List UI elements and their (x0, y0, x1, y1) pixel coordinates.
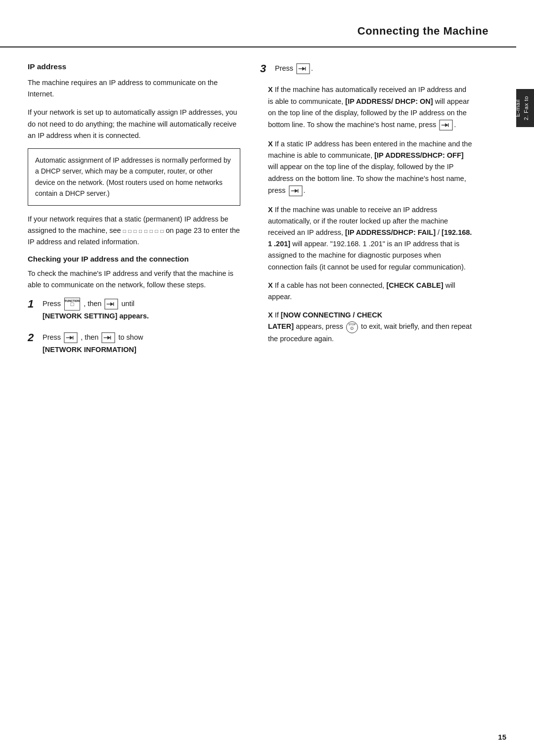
dhcp-off-text: X If a static IP address has been entere… (268, 138, 473, 197)
step1-content: Press FUNCTION □ , then (43, 298, 240, 322)
step2-content: Press , then (43, 331, 240, 356)
x-bullet-5: X (268, 311, 273, 319)
ip-para2: If your network is set up to automatical… (28, 107, 240, 141)
ip-para1: The machine requires an IP address to co… (28, 77, 240, 100)
ip-address-title: IP address (28, 62, 240, 71)
dhcp-on-block: X If the machine has automatically recei… (260, 84, 473, 132)
side-tab-text: 2. Fax to (523, 96, 530, 120)
svg-marker-10 (108, 336, 111, 339)
dhcp-on-text: X If the machine has automatically recei… (268, 84, 473, 132)
step1-then: , then (84, 300, 101, 308)
x-bullet-2: X (268, 140, 273, 148)
now-connecting-text: X If [NOW CONNECTING / CHECK LATER] appe… (268, 310, 473, 345)
left-column: IP address The machine requires an IP ad… (28, 62, 240, 364)
svg-marker-14 (302, 67, 306, 70)
nav-button-host2 (289, 184, 303, 197)
note-box: Automatic assignment of IP addresses is … (28, 148, 240, 206)
note-text: Automatic assignment of IP addresses is … (35, 156, 231, 197)
ip-para3: If your network requires that a static (… (28, 214, 240, 248)
step2-row: 2 Press , then (28, 331, 240, 356)
dhcp-fail-block: X If the machine was unable to receive a… (260, 204, 473, 273)
nav-button-1 (104, 298, 118, 311)
svg-marker-22 (295, 189, 298, 192)
step3-number: 3 (260, 62, 271, 75)
now-connecting-block: X If [NOW CONNECTING / CHECK LATER] appe… (260, 310, 473, 345)
nav-button-host1 (439, 119, 453, 132)
dhcp-off-block: X If a static IP address has been entere… (260, 138, 473, 197)
check-title: Checking your IP address and the connect… (28, 255, 240, 263)
stop-button-icon: STOP ⊙ (346, 321, 358, 333)
x-bullet-3: X (268, 206, 273, 214)
network-setting-label: [NETWORK SETTING] appears. (43, 312, 149, 320)
dhcp-fail-label: [IP ADDRESS/DHCP: FAIL] (345, 228, 436, 236)
ip-para3-squares: □ □ □ □ □ □ □ □ (123, 228, 166, 234)
svg-marker-2 (111, 303, 114, 306)
function-symbol: □ (71, 300, 74, 309)
page-number: 15 (498, 733, 506, 741)
check-cable-text: X If a cable has not been connected, [CH… (268, 280, 473, 303)
step2-to-show: to show (118, 333, 143, 341)
now-connecting-label: [NOW CONNECTING / CHECK (281, 311, 382, 319)
dhcp-on-label: [IP ADDRESS/ DHCP: ON] (345, 97, 433, 105)
page-title: Connecting the Machine (0, 25, 489, 38)
check-cable-block: X If a cable has not been connected, [CH… (260, 280, 473, 303)
step1-text: Press (43, 300, 61, 308)
step1-row: 1 Press FUNCTION □ , then (28, 298, 240, 322)
step2-then: , then (81, 333, 98, 341)
step3-content: Press . (275, 62, 473, 75)
page-header: Connecting the Machine (0, 20, 516, 47)
nav-button-2a (64, 331, 78, 344)
step1-until: until (121, 300, 134, 308)
dhcp-fail-text: X If the machine was unable to receive a… (268, 204, 473, 273)
right-column: 3 Press . X If the ma (260, 62, 473, 364)
step2-text: Press (43, 333, 61, 341)
check-para: To check the machine's IP address and ve… (28, 268, 240, 291)
network-info-label: [NETWORK INFORMATION] (43, 346, 136, 354)
svg-marker-6 (70, 336, 73, 339)
step3-text: Press (275, 64, 293, 72)
page-container: 2. Fax to E-mail Connecting the Machine … (0, 0, 534, 756)
dhcp-off-label: [IP ADDRESS/DHCP: OFF] (374, 151, 463, 159)
side-tab-text2: E-mail (514, 99, 522, 117)
check-later-label: LATER] (268, 322, 294, 330)
nav-button-3 (296, 62, 310, 75)
side-tab: 2. Fax to E-mail (516, 89, 534, 127)
step3-row: 3 Press . (260, 62, 473, 75)
check-cable-label: [CHECK CABLE] (386, 281, 443, 289)
svg-marker-18 (445, 123, 448, 127)
step1-number: 1 (28, 298, 39, 311)
nav-button-2b (101, 331, 115, 344)
x-bullet-4: X (268, 281, 273, 289)
x-bullet-1: X (268, 86, 273, 93)
function-button-icon: FUNCTION □ (64, 298, 80, 311)
content-area: IP address The machine requires an IP ad… (0, 47, 534, 379)
step2-number: 2 (28, 331, 39, 344)
